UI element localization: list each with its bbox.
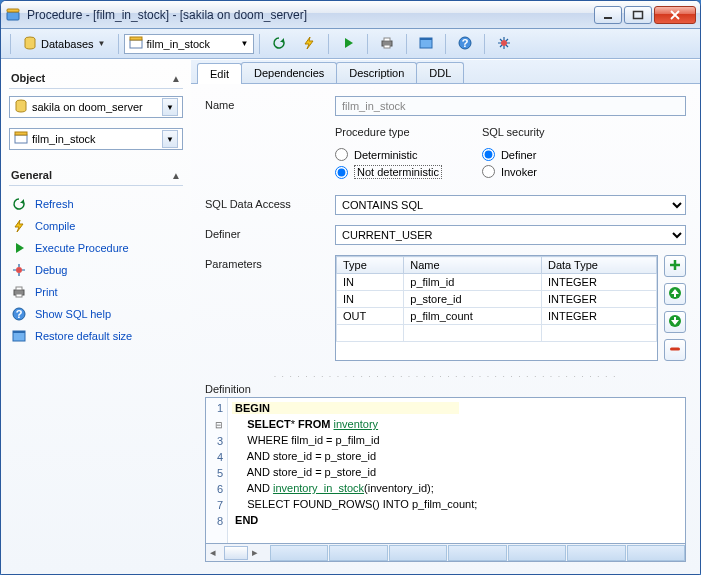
sql-data-access-label: SQL Data Access	[205, 195, 335, 210]
refresh-button[interactable]	[265, 33, 293, 55]
collapse-icon: ▲	[171, 73, 181, 84]
parameters-table[interactable]: Type Name Data Type INp_film_idINTEGER I…	[335, 255, 658, 361]
svg-rect-1	[7, 9, 19, 12]
compile-button[interactable]	[295, 33, 323, 55]
col-name[interactable]: Name	[404, 257, 542, 274]
tab-edit[interactable]: Edit	[197, 63, 242, 84]
link-inventory[interactable]: inventory	[333, 418, 378, 430]
name-input[interactable]	[335, 96, 686, 116]
definition-label: Definition	[205, 381, 686, 397]
print-button[interactable]	[373, 33, 401, 55]
name-label: Name	[205, 96, 335, 111]
svg-rect-3	[634, 11, 643, 18]
help-button[interactable]: ?	[451, 33, 479, 55]
chevron-down-icon: ▼	[241, 39, 249, 48]
procedure-icon	[129, 36, 143, 52]
debug-button[interactable]	[490, 33, 518, 55]
restore-size-action[interactable]: Restore default size	[11, 328, 181, 344]
procedure-combo[interactable]: film_in_stock ▼	[9, 128, 183, 150]
svg-rect-5	[130, 40, 142, 48]
svg-text:?: ?	[461, 37, 468, 49]
minimize-button[interactable]	[594, 6, 622, 24]
svg-rect-16	[15, 135, 27, 143]
lightning-icon	[11, 218, 27, 234]
svg-rect-11	[420, 38, 432, 40]
link-inventory-in-stock[interactable]: inventory_in_stock	[273, 482, 364, 494]
definer-select[interactable]: CURRENT_USER	[335, 225, 686, 245]
debug-icon	[497, 36, 511, 52]
parameters-label: Parameters	[205, 255, 335, 361]
radio-not-deterministic[interactable]: Not deterministic	[335, 165, 442, 179]
move-down-button[interactable]	[664, 311, 686, 333]
chevron-down-icon: ▼	[162, 98, 178, 116]
refresh-icon	[272, 36, 286, 52]
close-button[interactable]	[654, 6, 696, 24]
tab-bar: Edit Dependencies Description DDL	[191, 60, 700, 84]
svg-rect-21	[16, 294, 22, 297]
printer-icon	[11, 284, 27, 300]
svg-rect-2	[604, 17, 612, 19]
execute-action[interactable]: Execute Procedure	[11, 240, 181, 256]
maximize-button[interactable]	[624, 6, 652, 24]
procedure-combo-value: film_in_stock	[32, 133, 96, 145]
col-datatype[interactable]: Data Type	[541, 257, 656, 274]
param-row[interactable]: OUTp_film_countINTEGER	[337, 308, 657, 325]
code-content[interactable]: BEGIN SELECT* FROM inventory WHERE film_…	[228, 398, 685, 543]
radio-invoker[interactable]: Invoker	[482, 165, 545, 178]
refresh-action[interactable]: Refresh	[11, 196, 181, 212]
radio-definer[interactable]: Definer	[482, 148, 545, 161]
compile-action[interactable]: Compile	[11, 218, 181, 234]
svg-rect-8	[384, 38, 390, 41]
edit-pane: Name Procedure type Deterministic Not de…	[191, 84, 700, 574]
help-icon: ?	[458, 36, 472, 52]
tab-description[interactable]: Description	[336, 62, 417, 83]
sqlhelp-action[interactable]: ?Show SQL help	[11, 306, 181, 322]
arrow-down-icon	[668, 314, 682, 330]
tab-dependencies[interactable]: Dependencies	[241, 62, 337, 83]
object-combo-value: film_in_stock	[147, 38, 211, 50]
execute-button[interactable]	[334, 33, 362, 55]
remove-param-button[interactable]	[664, 339, 686, 361]
chevron-down-icon: ▼	[162, 130, 178, 148]
databases-dropdown[interactable]: Databases ▼	[16, 33, 113, 55]
window-layout-button[interactable]	[412, 33, 440, 55]
param-row[interactable]: INp_film_idINTEGER	[337, 274, 657, 291]
svg-rect-17	[15, 132, 27, 135]
code-editor[interactable]: 1⊟345678 BEGIN SELECT* FROM inventory WH…	[205, 397, 686, 544]
debug-icon	[11, 262, 27, 278]
scroll-left-icon[interactable]: ◂	[206, 546, 220, 559]
window-icon	[419, 36, 433, 52]
procedure-icon	[14, 131, 28, 147]
splitter-handle[interactable]: · · · · · · · · · · · · · · · · · · · · …	[205, 371, 686, 381]
main-panel: Edit Dependencies Description DDL Name P…	[191, 60, 700, 574]
databases-label: Databases	[41, 38, 94, 50]
plus-icon	[668, 258, 682, 274]
line-gutter: 1⊟345678	[206, 398, 228, 543]
param-row-empty	[337, 325, 657, 342]
object-combo[interactable]: film_in_stock ▼	[124, 34, 254, 54]
chevron-down-icon: ▼	[98, 39, 106, 48]
print-action[interactable]: Print	[11, 284, 181, 300]
minus-icon	[668, 342, 682, 358]
arrow-up-icon	[668, 286, 682, 302]
col-type[interactable]: Type	[337, 257, 404, 274]
scroll-right-icon[interactable]: ▸	[248, 546, 262, 559]
general-panel-header[interactable]: General ▲	[9, 165, 183, 186]
move-up-button[interactable]	[664, 283, 686, 305]
play-icon	[341, 36, 355, 52]
radio-deterministic[interactable]: Deterministic	[335, 148, 442, 161]
scrollbar-thumb[interactable]	[224, 546, 248, 560]
sql-data-access-select[interactable]: CONTAINS SQL	[335, 195, 686, 215]
database-icon	[14, 99, 28, 115]
debug-action[interactable]: Debug	[11, 262, 181, 278]
tab-ddl[interactable]: DDL	[416, 62, 464, 83]
window-icon	[11, 328, 27, 344]
svg-rect-20	[16, 287, 22, 290]
param-row[interactable]: INp_store_idINTEGER	[337, 291, 657, 308]
database-combo[interactable]: sakila on doom_server ▼	[9, 96, 183, 118]
sql-security-label: SQL security	[482, 126, 545, 138]
svg-text:?: ?	[16, 308, 23, 320]
object-panel-header[interactable]: Object ▲	[9, 68, 183, 89]
horizontal-scrollbar[interactable]: ◂ ▸	[205, 544, 686, 562]
add-param-button[interactable]	[664, 255, 686, 277]
